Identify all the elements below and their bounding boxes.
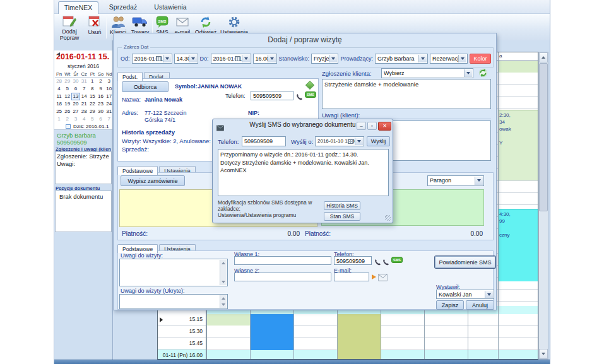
calendar-day[interactable]: 10 [105, 85, 113, 93]
zgloszenie-textarea[interactable]: Strzyżenie damskie + modelowanie [322, 79, 491, 109]
calendar-day[interactable]: 28 [80, 108, 88, 115]
add-visit-button[interactable]: Dodaj Popraw [56, 15, 83, 40]
powiadomienie-sms-button[interactable]: Powiadomienie SMS [435, 256, 495, 268]
calendar-day[interactable]: 5 [63, 85, 71, 93]
calendar-day[interactable]: 7 [80, 85, 88, 93]
calendar-day[interactable]: 22 [88, 100, 97, 108]
maximize-button[interactable]: ▫ [367, 122, 377, 130]
calendar-day[interactable]: 20 [71, 100, 80, 108]
tab-podstawowe[interactable]: Podstawowe [117, 244, 158, 253]
sms-telefon-input[interactable]: 509509509 [242, 136, 286, 146]
paragon-select[interactable]: Paragon [427, 175, 484, 186]
sms-message-textarea[interactable]: Przypominamy o wizycie dn.: 2016-01-11 g… [218, 149, 389, 196]
calendar-day[interactable]: 18 [55, 100, 63, 108]
appointment-cyan[interactable]: 4:30, 99 czny [499, 209, 538, 281]
calendar-day[interactable]: 24 [105, 100, 113, 108]
slot-cell-green[interactable] [499, 61, 538, 73]
tab-podst[interactable]: Podst. [117, 72, 143, 81]
dropdown-arrow-icon[interactable] [189, 55, 197, 62]
calendar-day[interactable]: 21 [80, 100, 88, 108]
tab-sprzedaz[interactable]: Sprzedaż [104, 1, 143, 14]
calendar-day[interactable]: 8 [88, 85, 97, 93]
calendar-day[interactable]: 27 [71, 108, 80, 115]
phone-icon[interactable] [374, 257, 381, 268]
calendar-day[interactable]: 28 [55, 78, 63, 85]
calendar-day[interactable]: 11 [55, 93, 63, 100]
scrollbar-thumb[interactable] [539, 63, 548, 211]
dropdown-arrow-icon[interactable] [163, 55, 171, 62]
to-time-select[interactable]: 16.00 [253, 54, 277, 64]
slot-cell-olive[interactable] [338, 314, 381, 360]
calendar-day[interactable]: 12 [63, 93, 71, 100]
dropdown-arrow-icon[interactable] [475, 177, 483, 185]
dropdown-arrow-icon[interactable] [485, 291, 493, 298]
calendar-day[interactable]: 13 [71, 93, 80, 100]
textarea-scrollbar[interactable] [220, 295, 227, 308]
dropdown-arrow-icon[interactable] [242, 55, 250, 62]
calendar-day[interactable]: 29 [63, 78, 71, 85]
add-client-icon[interactable] [305, 81, 314, 90]
wyslij-o-datetime[interactable]: 2016-01-10 13:30 [315, 136, 364, 146]
historia-sms-button[interactable]: Historia SMS [324, 201, 360, 210]
calendar-day[interactable]: 6 [71, 85, 80, 93]
calendar-day[interactable]: 5 [88, 115, 97, 123]
appointment-green[interactable]: 2:30, 34 owak Y [499, 110, 538, 180]
dropdown-arrow-icon[interactable] [268, 55, 276, 62]
calendar-day[interactable]: 17 [105, 93, 113, 100]
dropdown-arrow-icon[interactable] [329, 55, 337, 62]
calendar-day[interactable]: 29 [88, 108, 97, 115]
wlasne1-input[interactable] [234, 256, 331, 265]
to-date-picker[interactable]: 2016-01-11 [211, 54, 251, 64]
calendar-day[interactable]: 30 [71, 78, 80, 85]
calendar-day[interactable]: 15 [88, 93, 97, 100]
dropdown-arrow-icon[interactable] [464, 69, 472, 77]
send-arrow-icon[interactable] [372, 274, 376, 279]
sms-bubble-icon[interactable]: SMS [391, 257, 403, 263]
calendar-day[interactable]: 23 [97, 100, 105, 108]
calendar-day[interactable]: 19 [63, 100, 71, 108]
email-small-icon[interactable] [378, 273, 388, 284]
calendar-day[interactable]: 4 [55, 85, 63, 93]
from-date-picker[interactable]: 2016-01-11 [132, 54, 172, 64]
calendar-day[interactable]: 31 [105, 108, 113, 115]
dropdown-arrow-icon[interactable] [355, 138, 363, 145]
calendar-day[interactable]: 31 [80, 78, 88, 85]
zapisz-button[interactable]: Zapisz [436, 300, 464, 310]
calendar-day[interactable]: 7 [105, 115, 113, 123]
calendar-day[interactable]: 30 [97, 108, 105, 115]
tab-podstawowe[interactable]: Podstawowe [117, 166, 158, 175]
wypisz-button[interactable]: Wypisz zamówienie [121, 175, 185, 186]
type-select[interactable]: Rezerwacja [430, 54, 468, 64]
scroll-up-icon[interactable] [539, 52, 548, 62]
anuluj-button[interactable]: Anuluj [466, 300, 494, 310]
telefon-input[interactable]: 509509509 [251, 91, 293, 100]
wlasne2-input[interactable] [234, 273, 331, 281]
stan-sms-button[interactable]: Stan SMS [324, 212, 360, 221]
close-button[interactable]: ✕ [378, 122, 391, 131]
sms-bubble-icon[interactable]: SMS [305, 91, 316, 98]
slot-cell-selected[interactable] [251, 314, 293, 350]
phone-icon[interactable] [296, 91, 303, 103]
calendar-day[interactable]: 1 [55, 115, 63, 123]
calendar-day[interactable]: 3 [105, 78, 113, 85]
calendar-day[interactable]: 25 [55, 108, 63, 115]
from-time-select[interactable]: 14.30 [174, 54, 198, 64]
calendar-day[interactable]: 3 [71, 115, 80, 123]
scroll-down-icon[interactable] [539, 349, 548, 359]
refresh-small-icon[interactable] [478, 68, 489, 78]
dropdown-arrow-icon[interactable] [418, 55, 427, 62]
uwagi-ukryte-textarea[interactable] [119, 294, 228, 309]
calendar-day[interactable]: 2 [63, 115, 71, 123]
calendar-day[interactable]: 16 [97, 93, 105, 100]
calendar-day[interactable]: 2 [97, 78, 105, 85]
textarea-scrollbar[interactable] [220, 260, 227, 285]
phone-icon[interactable] [382, 257, 389, 268]
calendar-day[interactable]: 9 [97, 85, 105, 93]
dropdown-arrow-icon[interactable] [458, 55, 466, 62]
wyslij-button[interactable]: Wyślij [367, 136, 390, 146]
kolor-button[interactable]: Kolor [470, 54, 491, 64]
minimize-button[interactable]: – [357, 122, 366, 130]
resize-grip-icon[interactable] [385, 215, 391, 221]
tab-timenex[interactable]: TimeNEX [58, 1, 98, 14]
schedule-scrollbar[interactable] [538, 52, 548, 360]
